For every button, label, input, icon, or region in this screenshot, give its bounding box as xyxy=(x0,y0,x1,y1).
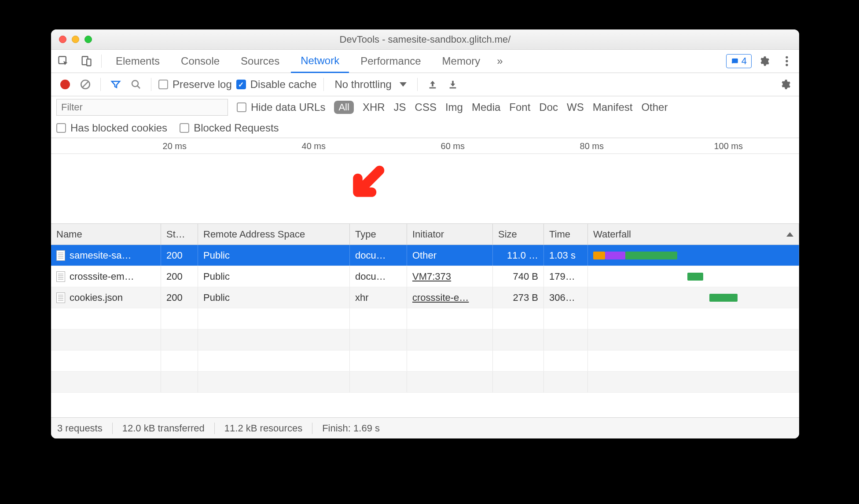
timeline-tick: 60 ms xyxy=(329,138,468,153)
tab-memory[interactable]: Memory xyxy=(433,50,490,73)
request-initiator[interactable]: crosssite-e… xyxy=(407,287,493,308)
kebab-menu-icon[interactable] xyxy=(776,51,797,72)
col-time[interactable]: Time xyxy=(544,224,588,245)
disable-cache-checkbox[interactable]: Disable cache xyxy=(236,78,317,91)
col-size[interactable]: Size xyxy=(493,224,544,245)
tab-network[interactable]: Network xyxy=(291,50,349,73)
tab-elements[interactable]: Elements xyxy=(106,50,169,73)
filter-type-other[interactable]: Other xyxy=(641,101,668,113)
issues-count: 4 xyxy=(742,55,747,67)
device-toggle-icon[interactable] xyxy=(76,51,97,72)
request-waterfall xyxy=(588,287,799,308)
titlebar: DevTools - samesite-sandbox.glitch.me/ xyxy=(51,29,799,50)
filter-type-manifest[interactable]: Manifest xyxy=(593,101,633,113)
record-button[interactable] xyxy=(57,77,73,92)
network-settings-icon[interactable] xyxy=(777,77,793,92)
filter-type-css[interactable]: CSS xyxy=(415,101,437,113)
request-waterfall xyxy=(588,266,799,287)
filter-input[interactable] xyxy=(56,99,228,116)
svg-rect-11 xyxy=(430,87,436,88)
request-initiator: Other xyxy=(407,245,493,266)
divider xyxy=(100,78,101,91)
requests-table: Name St… Remote Address Space Type Initi… xyxy=(51,224,799,417)
network-toolbar: Preserve log Disable cache No throttling xyxy=(51,73,799,96)
col-remote-address-space[interactable]: Remote Address Space xyxy=(198,224,350,245)
filter-type-font[interactable]: Font xyxy=(509,101,530,113)
clear-button[interactable] xyxy=(77,77,93,92)
tab-sources[interactable]: Sources xyxy=(231,50,289,73)
request-name: samesite-sa… xyxy=(70,250,132,261)
filter-type-doc[interactable]: Doc xyxy=(539,101,558,113)
col-waterfall-label: Waterfall xyxy=(593,229,631,240)
upload-har-icon[interactable] xyxy=(425,77,441,92)
request-time: 306… xyxy=(544,287,588,308)
divider xyxy=(417,78,418,91)
request-waterfall xyxy=(588,245,799,266)
filter-type-all[interactable]: All xyxy=(334,101,353,114)
hide-data-urls-checkbox[interactable]: Hide data URLs xyxy=(237,101,325,113)
request-size: 11.0 … xyxy=(493,245,544,266)
devtools-tabs: Elements Console Sources Network Perform… xyxy=(51,50,799,73)
filter-bar: Hide data URLs All XHR JS CSS Img Media … xyxy=(51,96,799,138)
request-initiator[interactable]: VM7:373 xyxy=(407,266,493,287)
throttling-select[interactable]: No throttling xyxy=(331,78,410,91)
table-row[interactable]: samesite-sa…200Publicdocu…Other11.0 …1.0… xyxy=(51,245,799,266)
request-type: xhr xyxy=(350,287,407,308)
download-har-icon[interactable] xyxy=(445,77,461,92)
svg-point-6 xyxy=(786,64,788,66)
svg-rect-12 xyxy=(450,87,456,88)
filter-type-img[interactable]: Img xyxy=(445,101,463,113)
svg-line-10 xyxy=(137,86,140,88)
chevron-down-icon xyxy=(400,82,407,87)
status-requests: 3 requests xyxy=(57,423,103,434)
preserve-log-checkbox[interactable]: Preserve log xyxy=(158,78,232,91)
table-row-empty xyxy=(51,351,799,372)
col-status[interactable]: St… xyxy=(161,224,198,245)
col-initiator[interactable]: Initiator xyxy=(407,224,493,245)
tab-performance[interactable]: Performance xyxy=(351,50,430,73)
divider xyxy=(151,78,151,91)
col-name[interactable]: Name xyxy=(51,224,161,245)
request-size: 273 B xyxy=(493,287,544,308)
timeline-overview[interactable]: 20 ms 40 ms 60 ms 80 ms 100 ms xyxy=(51,138,799,224)
table-row-empty xyxy=(51,372,799,393)
issues-badge[interactable]: 4 xyxy=(726,54,752,68)
svg-point-9 xyxy=(132,80,138,87)
request-remote-address-space: Public xyxy=(198,245,350,266)
col-waterfall[interactable]: Waterfall xyxy=(588,224,799,245)
filter-icon[interactable] xyxy=(108,77,124,92)
request-status: 200 xyxy=(161,266,198,287)
timeline-tick: 100 ms xyxy=(607,138,746,153)
request-type: docu… xyxy=(350,245,407,266)
annotation-arrow-icon xyxy=(346,164,385,204)
divider xyxy=(312,423,312,434)
table-row[interactable]: cookies.json200Publicxhrcrosssite-e…273 … xyxy=(51,287,799,308)
divider xyxy=(101,55,102,68)
table-row-empty xyxy=(51,308,799,329)
inspect-element-icon[interactable] xyxy=(53,51,74,72)
blocked-requests-label: Blocked Requests xyxy=(194,122,279,134)
filter-type-media[interactable]: Media xyxy=(472,101,500,113)
divider xyxy=(323,78,324,91)
tab-console[interactable]: Console xyxy=(171,50,229,73)
settings-icon[interactable] xyxy=(753,51,775,72)
request-remote-address-space: Public xyxy=(198,266,350,287)
svg-line-8 xyxy=(82,81,88,88)
table-row[interactable]: crosssite-em…200Publicdocu…VM7:373740 B1… xyxy=(51,266,799,287)
filter-type-xhr[interactable]: XHR xyxy=(363,101,385,113)
col-type[interactable]: Type xyxy=(350,224,407,245)
search-icon[interactable] xyxy=(128,77,144,92)
svg-point-4 xyxy=(786,56,788,58)
window-title: DevTools - samesite-sandbox.glitch.me/ xyxy=(51,34,799,45)
sort-asc-icon xyxy=(786,232,793,237)
file-icon xyxy=(56,250,65,261)
filter-type-ws[interactable]: WS xyxy=(567,101,584,113)
svg-rect-2 xyxy=(87,59,91,66)
filter-type-js[interactable]: JS xyxy=(394,101,406,113)
tabs-overflow-button[interactable]: » xyxy=(492,50,508,73)
has-blocked-cookies-checkbox[interactable]: Has blocked cookies xyxy=(56,122,167,134)
table-row-empty xyxy=(51,329,799,351)
divider xyxy=(112,423,113,434)
blocked-requests-checkbox[interactable]: Blocked Requests xyxy=(180,122,279,134)
timeline-tick: 80 ms xyxy=(468,138,607,153)
